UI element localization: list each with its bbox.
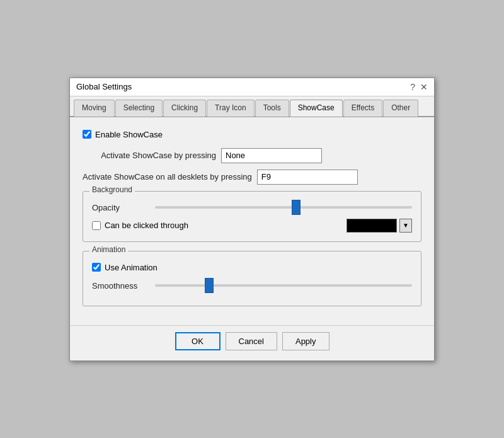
background-group-inner: Opacity Can be clicked through ▼ <box>92 203 412 233</box>
tabs-bar: MovingSelectingClickingTray IconToolsSho… <box>70 96 434 117</box>
tab-moving[interactable]: Moving <box>74 100 115 117</box>
enable-showcase-label: Enable ShowCase <box>95 130 163 139</box>
use-animation-checkbox-label[interactable]: Use Animation <box>92 263 158 272</box>
color-dropdown-button[interactable]: ▼ <box>399 219 412 233</box>
opacity-slider[interactable] <box>155 206 412 209</box>
tab-selecting[interactable]: Selecting <box>115 100 163 117</box>
activate-field-row: Activate ShowCase by pressing <box>83 148 421 163</box>
use-animation-label: Use Animation <box>105 263 158 272</box>
apply-button[interactable]: Apply <box>282 332 329 350</box>
button-row: OK Cancel Apply <box>70 325 434 360</box>
can-click-checkbox[interactable] <box>92 221 101 230</box>
background-group-title: Background <box>89 185 135 194</box>
can-click-checkbox-label[interactable]: Can be clicked through <box>92 221 188 230</box>
tab-effects[interactable]: Effects <box>343 100 382 117</box>
smoothness-slider-row: Smoothness <box>92 281 412 291</box>
can-click-label: Can be clicked through <box>105 221 188 230</box>
enable-showcase-row: Enable ShowCase <box>83 130 421 139</box>
animation-group-title: Animation <box>89 245 128 254</box>
smoothness-label: Smoothness <box>92 281 149 291</box>
enable-showcase-checkbox-label[interactable]: Enable ShowCase <box>83 130 163 139</box>
opacity-label: Opacity <box>92 203 149 212</box>
background-group: Background Opacity Can be clicked throug… <box>83 191 421 242</box>
activate-label: Activate ShowCase by pressing <box>83 151 221 160</box>
content-area: Enable ShowCase Activate ShowCase by pre… <box>70 117 434 325</box>
tab-showcase[interactable]: ShowCase <box>290 100 343 117</box>
tab-other[interactable]: Other <box>383 100 418 117</box>
ok-button[interactable]: OK <box>175 332 220 350</box>
color-swatch[interactable] <box>346 219 397 233</box>
tab-tools[interactable]: Tools <box>255 100 289 117</box>
activate-all-field-row: Activate ShowCase on all desklets by pre… <box>83 170 421 185</box>
title-bar: Global Settings ? ✕ <box>70 78 434 96</box>
activate-all-input[interactable] <box>257 170 358 185</box>
use-animation-checkbox[interactable] <box>92 263 101 272</box>
global-settings-dialog: Global Settings ? ✕ MovingSelectingClick… <box>69 78 435 361</box>
activate-input[interactable] <box>221 148 322 163</box>
activate-all-label: Activate ShowCase on all desklets by pre… <box>83 172 257 182</box>
cancel-button[interactable]: Cancel <box>226 332 277 350</box>
title-bar-controls: ? ✕ <box>410 82 428 92</box>
animation-group-inner: Use Animation Smoothness <box>92 263 412 291</box>
can-click-row: Can be clicked through ▼ <box>92 219 412 233</box>
animation-group: Animation Use Animation Smoothness <box>83 251 421 306</box>
tab-tray-icon[interactable]: Tray Icon <box>207 100 255 117</box>
enable-showcase-checkbox[interactable] <box>83 130 91 139</box>
use-animation-row: Use Animation <box>92 263 412 272</box>
close-icon[interactable]: ✕ <box>420 82 428 92</box>
opacity-slider-row: Opacity <box>92 203 412 212</box>
color-picker: ▼ <box>346 219 412 233</box>
dialog-title: Global Settings <box>76 82 132 91</box>
tab-clicking[interactable]: Clicking <box>163 100 206 117</box>
help-icon[interactable]: ? <box>410 82 415 92</box>
smoothness-slider[interactable] <box>155 284 412 287</box>
